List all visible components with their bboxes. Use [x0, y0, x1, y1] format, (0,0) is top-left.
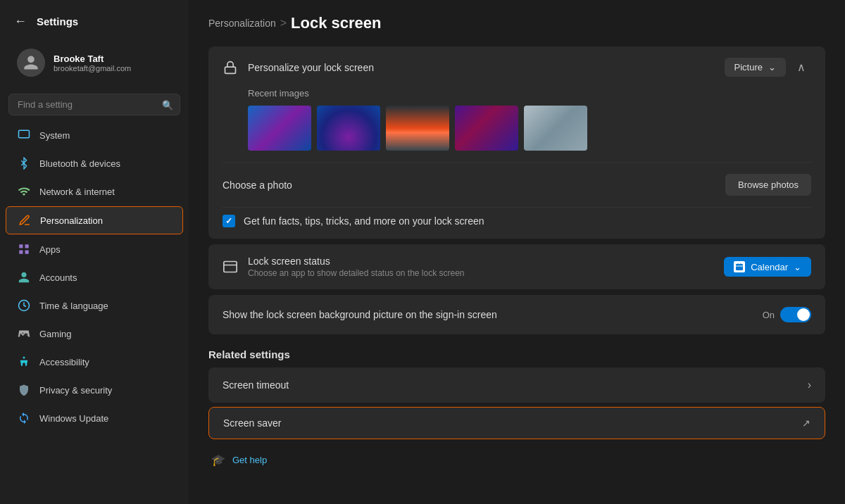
screen-timeout-row[interactable]: Screen timeout › — [208, 367, 825, 403]
lock-status-icon — [223, 259, 238, 275]
personalize-controls: Picture ⌄ ∧ — [725, 58, 811, 77]
recent-image-4[interactable] — [455, 106, 518, 151]
sidebar-label-personalization: Personalization — [40, 215, 103, 226]
search-box[interactable]: 🔍 — [8, 94, 180, 115]
svg-rect-3 — [19, 251, 23, 254]
svg-rect-8 — [224, 262, 237, 272]
get-help-row[interactable]: 🎓 Get help — [208, 443, 825, 477]
recent-images-row — [248, 106, 811, 151]
sidebar-label-apps: Apps — [39, 244, 61, 255]
breadcrumb-current: Lock screen — [291, 14, 381, 32]
recent-image-5[interactable] — [524, 106, 587, 151]
accessibility-icon — [17, 355, 31, 369]
search-input[interactable] — [8, 94, 180, 115]
fun-facts-label: Get fun facts, tips, tricks, and more on… — [244, 215, 484, 227]
get-help-label: Get help — [232, 455, 267, 465]
personalization-icon — [18, 213, 32, 227]
search-icon: 🔍 — [162, 99, 173, 110]
sign-in-card: Show the lock screen background picture … — [208, 295, 825, 334]
sidebar-header: ← Settings — [0, 0, 189, 37]
network-icon — [17, 184, 31, 199]
sidebar-item-time[interactable]: Time & language — [6, 292, 183, 319]
toggle-knob — [797, 308, 810, 321]
sidebar-item-system[interactable]: System — [6, 122, 183, 149]
lock-status-title: Lock screen status — [248, 256, 465, 267]
calendar-dropdown[interactable]: Calendar ⌄ — [724, 257, 811, 277]
sign-in-label: Show the lock screen background picture … — [223, 309, 497, 320]
time-icon — [17, 298, 31, 313]
personalize-collapse-btn[interactable]: ∧ — [791, 58, 811, 77]
svg-rect-2 — [25, 244, 29, 248]
recent-images-label: Recent images — [248, 88, 811, 99]
screen-timeout-label: Screen timeout — [223, 379, 289, 391]
sign-in-toggle-group: On — [763, 307, 811, 322]
user-icon — [23, 54, 39, 71]
picture-dropdown[interactable]: Picture ⌄ — [725, 58, 786, 77]
calendar-label: Calendar — [751, 262, 788, 272]
screen-saver-label: Screen saver — [223, 417, 281, 429]
svg-rect-7 — [225, 67, 236, 73]
gaming-icon — [17, 327, 31, 341]
sidebar-item-network[interactable]: Network & internet — [6, 178, 183, 205]
breadcrumb-parent: Personalization — [208, 18, 276, 29]
browse-photos-button[interactable]: Browse photos — [725, 174, 811, 196]
personalize-title: Personalize your lock screen — [248, 62, 374, 73]
svg-point-6 — [23, 357, 25, 359]
external-link-icon: ↗ — [802, 417, 810, 429]
update-icon — [17, 411, 31, 425]
user-name: Brooke Taft — [54, 53, 131, 64]
svg-rect-0 — [19, 130, 30, 138]
app-title: Settings — [37, 15, 78, 27]
calendar-chevron-icon: ⌄ — [794, 262, 801, 272]
lock-status-info: Lock screen status Choose an app to show… — [248, 256, 465, 278]
sidebar-item-gaming[interactable]: Gaming — [6, 320, 183, 347]
fun-facts-row: ✓ Get fun facts, tips, tricks, and more … — [208, 208, 825, 239]
apps-icon — [17, 242, 31, 256]
choose-photo-label: Choose a photo — [223, 179, 292, 191]
calendar-icon — [734, 261, 745, 272]
svg-rect-4 — [25, 251, 29, 254]
recent-image-1[interactable] — [248, 106, 311, 151]
recent-image-3[interactable] — [386, 106, 449, 151]
sidebar-label-time: Time & language — [39, 301, 108, 311]
checkmark-icon: ✓ — [225, 216, 232, 226]
svg-rect-1 — [19, 244, 23, 248]
main-content: Personalization > Lock screen Personaliz… — [189, 0, 845, 504]
lock-status-left: Lock screen status Choose an app to show… — [223, 256, 465, 278]
sidebar-item-accounts[interactable]: Accounts — [6, 264, 183, 291]
sidebar-item-personalization[interactable]: Personalization — [6, 206, 183, 234]
system-icon — [17, 128, 31, 142]
lock-status-row: Lock screen status Choose an app to show… — [208, 244, 825, 289]
fun-facts-checkbox[interactable]: ✓ — [223, 215, 235, 227]
personalize-title-group: Personalize your lock screen — [223, 60, 374, 75]
chevron-right-icon: › — [808, 379, 811, 391]
sidebar-label-accounts: Accounts — [39, 272, 77, 283]
sidebar-label-bluetooth: Bluetooth & devices — [39, 158, 120, 169]
user-profile[interactable]: Brooke Taft brooketaft@gmail.com — [6, 40, 183, 85]
personalize-header-row: Personalize your lock screen Picture ⌄ ∧ — [208, 46, 825, 88]
sign-in-toggle[interactable] — [780, 307, 811, 322]
toggle-on-label: On — [763, 310, 775, 320]
related-settings-title: Related settings — [208, 348, 825, 360]
sidebar-item-privacy[interactable]: Privacy & security — [6, 377, 183, 403]
recent-image-2[interactable] — [317, 106, 380, 151]
choose-photo-row: Choose a photo Browse photos — [208, 163, 825, 207]
breadcrumb: Personalization > Lock screen — [208, 14, 825, 32]
picture-dropdown-label: Picture — [734, 62, 763, 73]
lock-screen-icon — [223, 60, 238, 75]
breadcrumb-separator: > — [280, 17, 287, 30]
help-icon: 🎓 — [211, 453, 225, 467]
lock-status-subtitle: Choose an app to show detailed status on… — [248, 268, 465, 278]
sidebar-item-bluetooth[interactable]: Bluetooth & devices — [6, 150, 183, 177]
back-button[interactable]: ← — [11, 11, 30, 32]
user-email: brooketaft@gmail.com — [54, 64, 131, 73]
sidebar-label-accessibility: Accessibility — [39, 357, 89, 367]
sign-in-row: Show the lock screen background picture … — [208, 295, 825, 334]
sidebar-label-update: Windows Update — [39, 413, 108, 424]
sidebar-item-accessibility[interactable]: Accessibility — [6, 348, 183, 375]
sidebar-item-update[interactable]: Windows Update — [6, 405, 183, 431]
sidebar-label-gaming: Gaming — [39, 329, 72, 339]
sidebar-item-apps[interactable]: Apps — [6, 236, 183, 263]
bluetooth-icon — [17, 156, 31, 170]
screen-saver-row[interactable]: Screen saver ↗ — [208, 407, 825, 439]
